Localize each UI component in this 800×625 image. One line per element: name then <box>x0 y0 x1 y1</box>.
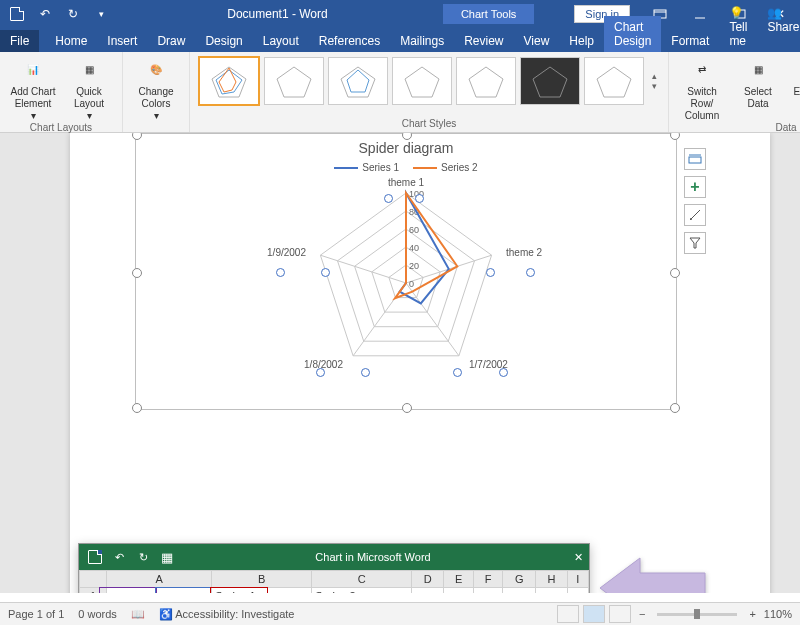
chart-style-2[interactable] <box>264 57 324 105</box>
chart-style-1[interactable] <box>198 56 260 106</box>
chart-elements-button[interactable] <box>684 148 706 170</box>
zoom-level[interactable]: 110% <box>764 608 792 620</box>
svg-line-21 <box>406 283 459 356</box>
chart-style-5[interactable] <box>456 57 516 105</box>
chart-style-4[interactable] <box>392 57 452 105</box>
chart-style-6[interactable] <box>520 57 580 105</box>
save-icon[interactable] <box>6 3 28 25</box>
chart-styles-button[interactable]: + <box>684 176 706 198</box>
minimize-icon[interactable] <box>680 0 720 28</box>
col-f[interactable]: F <box>474 571 503 588</box>
ribbon: 📊Add Chart Element ▾ ▦Quick Layout ▾ Cha… <box>0 52 800 133</box>
chart-funnel-button[interactable] <box>684 232 706 254</box>
status-accessibility[interactable]: ♿ Accessibility: Investigate <box>159 608 295 621</box>
sheet-excel-icon[interactable]: ▦ <box>155 546 179 568</box>
edit-data-button[interactable]: ✎▦Edit Data ▾ <box>789 56 800 110</box>
legend-series-2: Series 2 <box>441 162 478 173</box>
svg-line-23 <box>320 255 406 283</box>
svg-marker-12 <box>533 67 567 97</box>
share-label: Share <box>767 20 799 34</box>
add-chart-element-button[interactable]: 📊Add Chart Element ▾ <box>8 56 58 122</box>
svg-marker-9 <box>347 70 369 92</box>
tell-me-button[interactable]: 💡 Tell me <box>719 2 757 52</box>
group-chart-layouts: Chart Layouts <box>30 122 92 133</box>
svg-rect-32 <box>689 157 701 163</box>
tab-layout[interactable]: Layout <box>253 30 309 52</box>
view-read-mode[interactable] <box>557 605 579 623</box>
change-colors-button[interactable]: 🎨Change Colors ▾ <box>131 56 181 122</box>
undo-icon[interactable]: ↶ <box>34 3 56 25</box>
chart-data-sheet[interactable]: ↶ ↻ ▦ Chart in Microsoft Word ✕ A B C D … <box>78 543 590 593</box>
annotation-arrow-icon <box>600 553 710 593</box>
chart-style-3[interactable] <box>328 57 388 105</box>
tab-chart-design[interactable]: Chart Design <box>604 16 661 52</box>
chart-filters-button[interactable] <box>684 204 706 226</box>
tab-draw[interactable]: Draw <box>147 30 195 52</box>
cat-theme2[interactable]: theme 2 <box>506 247 543 258</box>
view-print-layout[interactable] <box>583 605 605 623</box>
palette-icon: 🎨 <box>140 56 172 84</box>
chart-object[interactable]: Spider diagram Series 1 Series 2 <box>135 133 677 410</box>
sheet-save-icon[interactable] <box>83 546 107 568</box>
col-d[interactable]: D <box>412 571 444 588</box>
col-c[interactable]: C <box>312 571 412 588</box>
status-bar: Page 1 of 1 0 words 📖 ♿ Accessibility: I… <box>0 602 800 625</box>
tab-home[interactable]: Home <box>45 30 97 52</box>
col-g[interactable]: G <box>503 571 536 588</box>
cat-theme1[interactable]: theme 1 <box>388 177 425 188</box>
chart-styles-gallery[interactable]: ▴▾ <box>198 56 660 106</box>
share-button[interactable]: 👥 Share <box>757 2 800 52</box>
status-spellcheck-icon[interactable]: 📖 <box>131 608 145 621</box>
chart-style-7[interactable] <box>584 57 644 105</box>
col-b[interactable]: B <box>212 571 312 588</box>
tab-review[interactable]: Review <box>454 30 513 52</box>
svg-marker-37 <box>600 558 705 593</box>
cat-4[interactable]: 1/8/2002 <box>304 359 343 370</box>
view-web-layout[interactable] <box>609 605 631 623</box>
col-i[interactable]: I <box>567 571 588 588</box>
ribbon-tabs: File Home Insert Draw Design Layout Refe… <box>0 28 800 52</box>
tab-references[interactable]: References <box>309 30 390 52</box>
switch-icon: ⇄ <box>686 56 718 84</box>
legend-series-1: Series 1 <box>362 162 399 173</box>
svg-marker-11 <box>469 67 503 97</box>
add-element-icon: 📊 <box>17 56 49 84</box>
tab-view[interactable]: View <box>514 30 560 52</box>
tab-mailings[interactable]: Mailings <box>390 30 454 52</box>
zoom-slider[interactable] <box>657 613 737 616</box>
sheet-title-label: Chart in Microsoft Word <box>179 551 567 563</box>
chart-title[interactable]: Spider diagram <box>136 140 676 156</box>
chart-legend[interactable]: Series 1 Series 2 <box>136 162 676 173</box>
tab-help[interactable]: Help <box>559 30 604 52</box>
status-words[interactable]: 0 words <box>78 608 117 620</box>
svg-text:20: 20 <box>409 261 419 271</box>
page[interactable]: Spider diagram Series 1 Series 2 <box>70 133 770 593</box>
switch-row-column-button[interactable]: ⇄Switch Row/ Column <box>677 56 727 122</box>
zoom-in-icon[interactable]: + <box>745 608 759 620</box>
status-page[interactable]: Page 1 of 1 <box>8 608 64 620</box>
col-h[interactable]: H <box>536 571 568 588</box>
tab-file[interactable]: File <box>0 30 39 52</box>
svg-marker-10 <box>405 67 439 97</box>
svg-point-35 <box>690 218 692 220</box>
radar-chart[interactable]: 100 80 60 40 20 0 theme 1 theme 2 1/7/20… <box>146 173 666 383</box>
tab-design[interactable]: Design <box>195 30 252 52</box>
sheet-undo-icon[interactable]: ↶ <box>107 546 131 568</box>
col-a[interactable]: A <box>107 571 212 588</box>
quick-layout-button[interactable]: ▦Quick Layout ▾ <box>64 56 114 122</box>
qat-more-icon[interactable]: ▾ <box>90 3 112 25</box>
redo-icon[interactable]: ↻ <box>62 3 84 25</box>
sheet-close-icon[interactable]: ✕ <box>567 546 589 568</box>
styles-more-icon[interactable]: ▴▾ <box>648 71 660 91</box>
document-area: Spider diagram Series 1 Series 2 <box>0 133 800 593</box>
cat-5[interactable]: 1/9/2002 <box>267 247 306 258</box>
tab-insert[interactable]: Insert <box>97 30 147 52</box>
data-table[interactable]: A B C D E F G H I 1Series 1Series 2 2the… <box>79 570 589 593</box>
svg-text:40: 40 <box>409 243 419 253</box>
col-e[interactable]: E <box>443 571 473 588</box>
zoom-out-icon[interactable]: − <box>635 608 649 620</box>
sheet-redo-icon[interactable]: ↻ <box>131 546 155 568</box>
select-data-button[interactable]: ▦Select Data <box>733 56 783 110</box>
select-data-icon: ▦ <box>742 56 774 84</box>
tab-format[interactable]: Format <box>661 30 719 52</box>
